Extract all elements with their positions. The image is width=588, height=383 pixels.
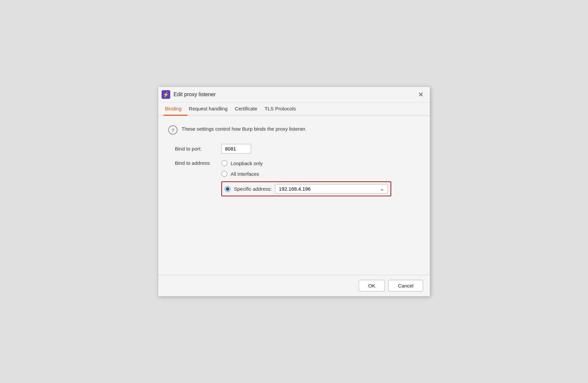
- cancel-button[interactable]: Cancel: [388, 280, 423, 291]
- tab-certificate[interactable]: Certificate: [234, 102, 263, 116]
- title-bar: ⚡ Edit proxy listener ✕: [158, 87, 430, 102]
- address-select-wrapper: 192.168.4.196: [275, 184, 388, 194]
- radio-all-interfaces[interactable]: [221, 171, 227, 177]
- bind-port-row: Bind to port:: [168, 144, 420, 154]
- close-button[interactable]: ✕: [417, 91, 425, 98]
- specific-address-row: Specific address: 192.168.4.196: [221, 181, 391, 196]
- tab-binding[interactable]: Binding: [164, 102, 187, 116]
- info-row: ? These settings control how Burp binds …: [168, 125, 420, 135]
- bind-port-label: Bind to port:: [175, 146, 221, 152]
- address-select[interactable]: 192.168.4.196: [275, 184, 388, 194]
- tab-tls-protocols[interactable]: TLS Protocols: [263, 102, 302, 116]
- content-area: ? These settings control how Burp binds …: [158, 116, 430, 275]
- edit-proxy-listener-dialog: ⚡ Edit proxy listener ✕ Binding Request …: [158, 87, 430, 296]
- radio-loopback-label[interactable]: Loopback only: [231, 160, 263, 166]
- radio-specific-address[interactable]: [225, 186, 231, 192]
- info-icon: ?: [168, 125, 178, 135]
- address-radio-group: Loopback only All interfaces Specific ad…: [221, 160, 391, 196]
- tab-request-handling[interactable]: Request handling: [187, 102, 234, 116]
- title-bar-left: ⚡ Edit proxy listener: [162, 90, 216, 99]
- bind-port-input[interactable]: [221, 144, 251, 154]
- radio-all-interfaces-row: All interfaces: [221, 171, 391, 177]
- radio-loopback[interactable]: [221, 160, 227, 166]
- info-text: These settings control how Burp binds th…: [182, 125, 306, 132]
- tab-bar: Binding Request handling Certificate TLS…: [158, 102, 430, 116]
- dialog-title: Edit proxy listener: [174, 92, 216, 97]
- app-icon: ⚡: [162, 90, 170, 99]
- bind-address-label: Bind to address:: [175, 160, 221, 166]
- ok-button[interactable]: OK: [359, 280, 385, 291]
- radio-loopback-row: Loopback only: [221, 160, 391, 166]
- radio-all-interfaces-label[interactable]: All interfaces: [231, 171, 259, 177]
- footer: OK Cancel: [158, 275, 430, 296]
- bind-address-section: Bind to address: Loopback only All inter…: [168, 160, 420, 196]
- radio-specific-label[interactable]: Specific address:: [234, 186, 272, 192]
